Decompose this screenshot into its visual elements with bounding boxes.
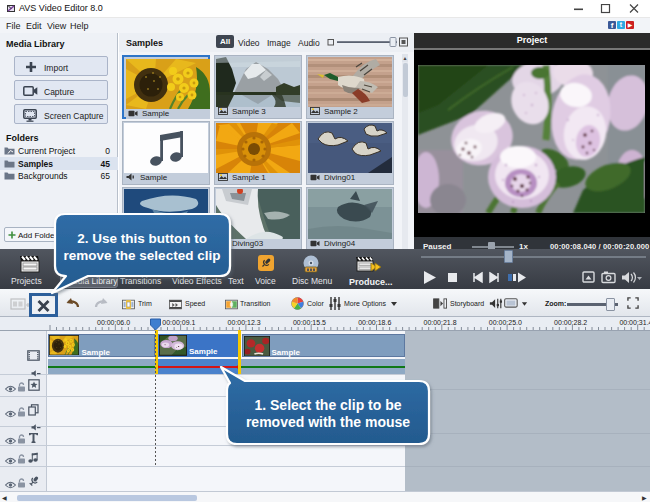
svg-text:remove the selected clip: remove the selected clip [64,248,221,263]
svg-text:removed with the mouse: removed with the mouse [246,414,410,430]
svg-text:2. Use this button to: 2. Use this button to [77,231,207,246]
svg-text:1. Select the clip to be: 1. Select the clip to be [254,397,401,413]
